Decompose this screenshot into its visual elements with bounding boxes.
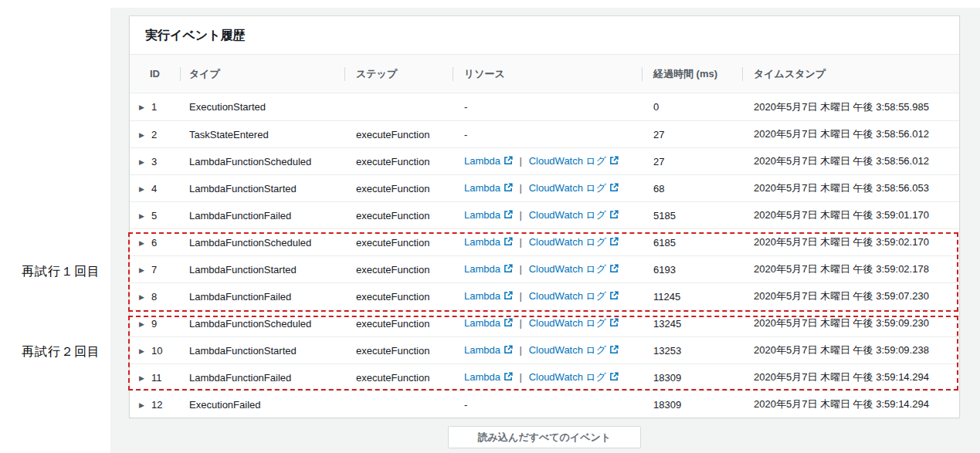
event-id-cell[interactable]: ▶1: [130, 101, 180, 113]
link-separator: |: [520, 344, 522, 356]
cloudwatch-logs-link[interactable]: CloudWatch ログ: [529, 371, 607, 383]
column-header-step: ステップ: [344, 67, 453, 81]
lambda-link[interactable]: Lambda: [464, 182, 500, 194]
table-row[interactable]: ▶11 LambdaFunctionFailed executeFunction…: [130, 363, 959, 390]
external-link-icon: [504, 183, 513, 194]
event-id: 5: [151, 210, 157, 221]
event-id: 8: [151, 291, 157, 303]
cloudwatch-logs-link[interactable]: CloudWatch ログ: [529, 263, 607, 275]
event-resource-cell: Lambda | CloudWatch ログ: [453, 343, 642, 357]
cloudwatch-logs-link[interactable]: CloudWatch ログ: [529, 155, 607, 167]
resource-empty: -: [464, 129, 467, 140]
event-type: ExecutionStarted: [180, 101, 344, 113]
event-id: 2: [151, 129, 157, 140]
event-elapsed-ms: 11245: [642, 291, 742, 303]
resource-links: Lambda | CloudWatch ログ: [464, 236, 619, 248]
triangle-right-icon[interactable]: ▶: [139, 185, 144, 193]
triangle-right-icon[interactable]: ▶: [139, 320, 144, 328]
event-id-cell[interactable]: ▶6: [130, 237, 180, 248]
event-timestamp: 2020年5月7日 木曜日 午後 3:58:56.053: [742, 181, 959, 195]
external-link-icon: [609, 183, 619, 194]
external-link-icon: [609, 210, 619, 221]
table-row[interactable]: ▶12 ExecutionFailed - 18309 2020年5月7日 木曜…: [130, 390, 959, 418]
retry-1-label: 再試行１回目: [22, 264, 100, 280]
column-header-type: タイプ: [180, 67, 344, 81]
link-separator: |: [520, 155, 522, 167]
event-id-cell[interactable]: ▶3: [130, 156, 180, 167]
cloudwatch-logs-link[interactable]: CloudWatch ログ: [529, 344, 607, 356]
lambda-link[interactable]: Lambda: [464, 344, 500, 356]
table-row[interactable]: ▶8 LambdaFunctionFailed executeFunction …: [130, 282, 959, 309]
event-timestamp: 2020年5月7日 木曜日 午後 3:58:56.012: [742, 154, 959, 168]
cloudwatch-logs-link[interactable]: CloudWatch ログ: [529, 290, 607, 302]
triangle-right-icon[interactable]: ▶: [139, 212, 144, 220]
table-row[interactable]: ▶6 LambdaFunctionScheduled executeFuncti…: [130, 228, 959, 255]
triangle-right-icon[interactable]: ▶: [139, 401, 144, 409]
event-id-cell[interactable]: ▶10: [130, 345, 180, 357]
link-separator: |: [520, 317, 522, 329]
event-id-cell[interactable]: ▶11: [130, 372, 180, 384]
table-row[interactable]: ▶2 TaskStateEntered executeFunction - 27…: [130, 120, 959, 147]
table-row[interactable]: ▶9 LambdaFunctionScheduled executeFuncti…: [130, 309, 959, 336]
triangle-right-icon[interactable]: ▶: [139, 239, 144, 247]
lambda-link[interactable]: Lambda: [464, 236, 500, 248]
event-resource-cell: -: [453, 129, 642, 140]
external-link-icon: [609, 264, 619, 276]
event-id-cell[interactable]: ▶12: [130, 399, 180, 411]
table-row[interactable]: ▶5 LambdaFunctionFailed executeFunction …: [130, 201, 959, 228]
column-header-timestamp: タイムスタンプ: [742, 67, 959, 81]
triangle-right-icon[interactable]: ▶: [139, 347, 144, 355]
triangle-right-icon[interactable]: ▶: [139, 158, 144, 166]
event-elapsed-ms: 0: [642, 101, 742, 113]
lambda-link[interactable]: Lambda: [464, 371, 500, 383]
event-step: executeFunction: [344, 264, 453, 276]
external-link-icon: [609, 345, 619, 357]
event-step: executeFunction: [344, 345, 453, 357]
cloudwatch-logs-link[interactable]: CloudWatch ログ: [529, 209, 607, 221]
lambda-link[interactable]: Lambda: [464, 317, 500, 329]
triangle-right-icon[interactable]: ▶: [139, 293, 144, 301]
lambda-link[interactable]: Lambda: [464, 263, 500, 275]
event-id-cell[interactable]: ▶9: [130, 318, 180, 330]
event-id-cell[interactable]: ▶5: [130, 210, 180, 221]
load-all-events-button[interactable]: 読み込んだすべてのイベント: [448, 426, 641, 448]
event-id-cell[interactable]: ▶2: [130, 129, 180, 140]
triangle-right-icon[interactable]: ▶: [139, 266, 144, 274]
event-id-cell[interactable]: ▶8: [130, 291, 180, 303]
lambda-link[interactable]: Lambda: [464, 209, 500, 221]
event-resource-cell: Lambda | CloudWatch ログ: [453, 289, 642, 303]
cloudwatch-logs-link[interactable]: CloudWatch ログ: [529, 236, 607, 248]
event-resource-cell: Lambda | CloudWatch ログ: [453, 262, 642, 276]
triangle-right-icon[interactable]: ▶: [139, 374, 144, 382]
event-elapsed-ms: 5185: [642, 210, 742, 221]
column-header-resource: リソース: [453, 67, 642, 81]
external-link-icon: [609, 291, 619, 303]
cloudwatch-logs-link[interactable]: CloudWatch ログ: [529, 317, 607, 329]
table-row[interactable]: ▶7 LambdaFunctionStarted executeFunction…: [130, 255, 959, 282]
resource-empty: -: [464, 399, 467, 411]
retry-2-label: 再試行２回目: [22, 344, 100, 360]
table-row[interactable]: ▶1 ExecutionStarted - 0 2020年5月7日 木曜日 午後…: [130, 93, 959, 120]
event-id-cell[interactable]: ▶4: [130, 183, 180, 194]
external-link-icon: [504, 210, 513, 221]
table-row[interactable]: ▶4 LambdaFunctionStarted executeFunction…: [130, 174, 959, 201]
event-id: 10: [151, 345, 162, 357]
cloudwatch-logs-link[interactable]: CloudWatch ログ: [529, 182, 607, 194]
event-elapsed-ms: 18309: [642, 399, 742, 411]
event-type: TaskStateEntered: [180, 129, 344, 140]
link-separator: |: [520, 182, 522, 194]
resource-links: Lambda | CloudWatch ログ: [464, 209, 619, 221]
event-id-cell[interactable]: ▶7: [130, 264, 180, 276]
table-row[interactable]: ▶10 LambdaFunctionStarted executeFunctio…: [130, 336, 959, 363]
event-step: executeFunction: [344, 210, 453, 221]
event-elapsed-ms: 27: [642, 129, 742, 140]
event-timestamp: 2020年5月7日 木曜日 午後 3:58:55.985: [742, 100, 959, 114]
lambda-link[interactable]: Lambda: [464, 290, 500, 302]
event-resource-cell: -: [453, 399, 642, 411]
event-step: executeFunction: [344, 291, 453, 303]
triangle-right-icon[interactable]: ▶: [139, 131, 144, 139]
event-type: LambdaFunctionStarted: [180, 183, 344, 194]
table-row[interactable]: ▶3 LambdaFunctionScheduled executeFuncti…: [130, 147, 959, 174]
lambda-link[interactable]: Lambda: [464, 155, 500, 167]
triangle-right-icon[interactable]: ▶: [139, 103, 144, 111]
